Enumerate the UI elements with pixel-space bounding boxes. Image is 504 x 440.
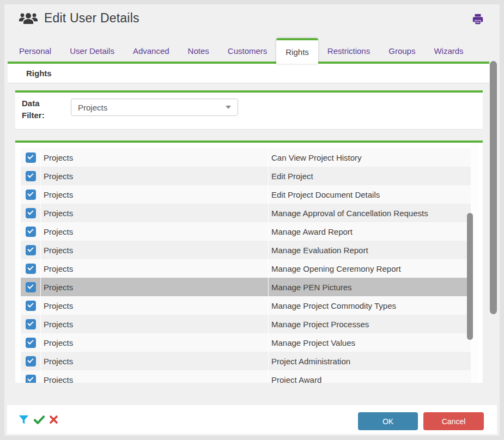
rights-rows: ProjectsCan View Project HistoryProjects… xyxy=(21,148,471,383)
row-checkbox-cell xyxy=(21,148,41,167)
tab-wizards[interactable]: Wizards xyxy=(424,46,472,56)
filter-funnel-icon[interactable] xyxy=(18,414,29,425)
rights-row[interactable]: ProjectsManage PEN Pictures xyxy=(21,278,471,296)
row-category: Projects xyxy=(41,352,269,370)
ok-button[interactable]: OK xyxy=(358,412,418,430)
rights-row[interactable]: ProjectsManage Project Values xyxy=(21,333,471,352)
row-checkbox-cell xyxy=(21,259,41,278)
rights-row[interactable]: ProjectsManage Approval of Cancellation … xyxy=(21,204,471,222)
row-right-name: Project Award xyxy=(269,370,471,383)
row-checkbox-cell xyxy=(21,185,41,204)
check-icon xyxy=(27,209,33,215)
data-filter-selected-value: Projects xyxy=(78,103,226,112)
check-icon xyxy=(27,153,33,159)
checkbox-checked[interactable] xyxy=(26,282,36,292)
checkbox-checked[interactable] xyxy=(26,356,36,366)
tab-personal[interactable]: Personal xyxy=(10,46,60,56)
checkbox-checked[interactable] xyxy=(26,190,36,200)
checkbox-checked[interactable] xyxy=(26,171,36,181)
rights-row[interactable]: ProjectsEdit Project xyxy=(21,167,471,185)
tab-customers[interactable]: Customers xyxy=(218,46,277,56)
data-filter-panel: Data Filter: Projects xyxy=(15,90,483,130)
section-heading: Rights xyxy=(26,69,52,78)
row-checkbox-cell xyxy=(21,222,41,241)
cancel-button[interactable]: Cancel xyxy=(423,412,484,430)
check-icon[interactable] xyxy=(33,415,45,425)
checkbox-checked[interactable] xyxy=(26,338,36,348)
row-category: Projects xyxy=(41,296,269,315)
footer-bar: OK Cancel xyxy=(7,405,497,434)
row-category: Projects xyxy=(41,148,269,167)
users-icon xyxy=(19,11,38,26)
row-right-name: Manage Project Processes xyxy=(269,315,471,333)
tab-restrictions[interactable]: Restrictions xyxy=(318,46,379,56)
row-checkbox-cell xyxy=(21,352,41,370)
row-right-name: Can View Project History xyxy=(269,148,471,167)
row-right-name: Manage Project Commodity Types xyxy=(269,296,471,315)
rights-row[interactable]: ProjectsCan View Project History xyxy=(21,148,471,167)
rights-row[interactable]: ProjectsManage Project Commodity Types xyxy=(21,296,471,315)
row-category: Projects xyxy=(41,204,269,222)
row-category: Projects xyxy=(41,241,269,259)
row-checkbox-cell xyxy=(21,333,41,352)
tab-rights[interactable]: Rights xyxy=(276,38,318,64)
checkbox-checked[interactable] xyxy=(26,152,36,163)
row-checkbox-cell xyxy=(21,241,41,259)
checkbox-checked[interactable] xyxy=(26,227,36,237)
row-right-name: Manage Project Values xyxy=(269,333,471,352)
rights-section-panel: Rights xyxy=(8,64,489,83)
row-right-name: Manage PEN Pictures xyxy=(269,278,471,296)
row-category: Projects xyxy=(41,278,269,296)
rights-row[interactable]: ProjectsProject Administration xyxy=(21,352,471,370)
row-checkbox-cell xyxy=(21,315,41,333)
row-checkbox-cell xyxy=(21,278,41,296)
row-checkbox-cell xyxy=(21,167,41,185)
rights-row[interactable]: ProjectsManage Opening Ceremony Report xyxy=(21,259,471,278)
rights-list-panel: ProjectsCan View Project HistoryProjects… xyxy=(15,140,483,383)
rights-row[interactable]: ProjectsManage Evaluation Report xyxy=(21,241,471,259)
checkbox-checked[interactable] xyxy=(26,264,36,274)
list-scrollbar-thumb[interactable] xyxy=(467,213,473,340)
check-icon xyxy=(27,264,33,270)
dialog-header: Edit User Details xyxy=(19,11,139,26)
data-filter-select[interactable]: Projects xyxy=(71,99,238,116)
checkbox-checked[interactable] xyxy=(26,375,36,383)
check-icon xyxy=(27,338,33,344)
rights-row[interactable]: ProjectsManage Award Report xyxy=(21,222,471,241)
footer-icons xyxy=(18,405,58,434)
row-category: Projects xyxy=(41,222,269,241)
cross-icon[interactable] xyxy=(49,415,58,424)
row-right-name: Manage Evaluation Report xyxy=(269,241,471,259)
check-icon xyxy=(27,283,33,289)
check-icon xyxy=(27,172,33,178)
row-category: Projects xyxy=(41,185,269,204)
check-icon xyxy=(27,375,33,381)
row-category: Projects xyxy=(41,315,269,333)
rights-row[interactable]: ProjectsProject Award xyxy=(21,370,471,383)
check-icon xyxy=(27,190,33,196)
tab-groups[interactable]: Groups xyxy=(379,46,424,56)
data-filter-label: Data Filter: xyxy=(22,97,60,121)
checkbox-checked[interactable] xyxy=(26,208,36,218)
checkbox-checked[interactable] xyxy=(26,319,36,329)
row-category: Projects xyxy=(41,259,269,278)
row-category: Projects xyxy=(41,167,269,185)
page-title: Edit User Details xyxy=(44,11,139,26)
row-category: Projects xyxy=(41,370,269,383)
checkbox-checked[interactable] xyxy=(26,301,36,311)
window-scrollbar-thumb[interactable] xyxy=(490,61,497,314)
row-right-name: Project Administration xyxy=(269,352,471,370)
row-right-name: Edit Project xyxy=(269,167,471,185)
tab-notes[interactable]: Notes xyxy=(179,46,218,56)
list-scrollbar-track[interactable] xyxy=(471,143,478,383)
rights-row[interactable]: ProjectsManage Project Processes xyxy=(21,315,471,333)
chevron-down-icon xyxy=(226,106,231,109)
printer-icon[interactable] xyxy=(472,13,484,25)
rights-row[interactable]: ProjectsEdit Project Document Details xyxy=(21,185,471,204)
tab-advanced[interactable]: Advanced xyxy=(124,46,179,56)
tab-user-details[interactable]: User Details xyxy=(60,46,124,56)
row-checkbox-cell xyxy=(21,296,41,315)
row-right-name: Edit Project Document Details xyxy=(269,185,471,204)
checkbox-checked[interactable] xyxy=(26,245,36,255)
row-checkbox-cell xyxy=(21,370,41,383)
